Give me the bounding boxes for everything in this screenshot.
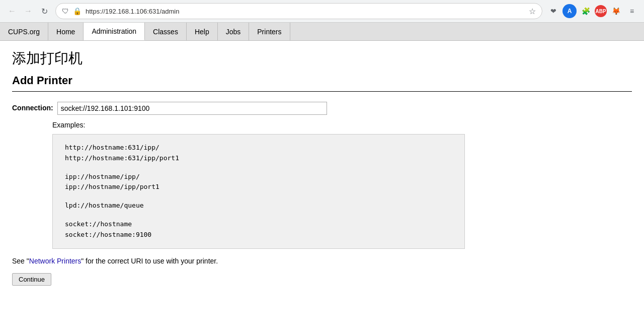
nav-help[interactable]: Help [187, 23, 218, 40]
browser-toolbar: ← → ↻ 🛡 🔒 ☆ ❤ A 🧩 ABP 🦊 ≡ [0, 0, 644, 22]
shield-icon: 🛡 [62, 7, 69, 15]
examples-group-http: http://hostname:631/ipp/ http://hostname… [65, 143, 452, 164]
example-line: http://hostname:631/ipp/ [65, 143, 452, 153]
nav-classes[interactable]: Classes [145, 23, 187, 40]
connection-label: Connection: [12, 102, 53, 112]
nav-cups-org[interactable]: CUPS.org [0, 23, 48, 40]
menu-button[interactable]: ≡ [625, 4, 639, 18]
nav-administration[interactable]: Administration [84, 23, 145, 40]
example-line: ipp://hostname/ipp/port1 [65, 182, 452, 192]
network-printers-link[interactable]: Network Printers [29, 257, 81, 265]
browser-chrome: ← → ↻ 🛡 🔒 ☆ ❤ A 🧩 ABP 🦊 ≡ [0, 0, 644, 23]
address-bar-container: 🛡 🔒 ☆ [55, 3, 542, 19]
page-title-chinese: 添加打印机 [12, 49, 632, 68]
nav-buttons: ← → ↻ [5, 4, 51, 18]
see-also-suffix: " for the correct URI to use with your p… [81, 257, 218, 265]
examples-group-socket: socket://hostname socket://hostname:9100 [65, 219, 452, 240]
example-line: socket://hostname [65, 219, 452, 230]
example-line: lpd://hostname/queue [65, 201, 452, 211]
connection-input[interactable] [57, 102, 327, 115]
page-title-english: Add Printer [12, 74, 632, 92]
forward-button[interactable]: → [21, 4, 35, 18]
lock-icon: 🔒 [73, 7, 82, 15]
examples-group-lpd: lpd://hostname/queue [65, 201, 452, 211]
reload-button[interactable]: ↻ [37, 4, 51, 18]
address-bar-input[interactable] [86, 8, 525, 15]
examples-label: Examples: [52, 121, 632, 129]
profile-button[interactable]: A [562, 4, 577, 18]
nav-printers[interactable]: Printers [249, 23, 290, 40]
pocket-button[interactable]: ❤ [546, 4, 560, 18]
bookmark-star-icon[interactable]: ☆ [529, 7, 536, 16]
examples-group-ipp: ipp://hostname/ipp/ ipp://hostname/ipp/p… [65, 172, 452, 193]
nav-home[interactable]: Home [48, 23, 84, 40]
example-line: ipp://hostname/ipp/ [65, 172, 452, 182]
example-line: socket://hostname:9100 [65, 230, 452, 240]
page-content: 添加打印机 Add Printer Connection: Examples: … [0, 41, 644, 294]
examples-box: http://hostname:631/ipp/ http://hostname… [52, 134, 465, 249]
abp-button[interactable]: ABP [595, 5, 607, 17]
browser-actions: ❤ A 🧩 ABP 🦊 ≡ [546, 4, 639, 18]
nav-jobs[interactable]: Jobs [218, 23, 250, 40]
cups-navigation: CUPS.org Home Administration Classes Hel… [0, 23, 644, 41]
see-also-text: See "Network Printers" for the correct U… [12, 257, 632, 265]
example-line: http://hostname:631/ipp/port1 [65, 153, 452, 164]
continue-button[interactable]: Continue [12, 273, 51, 286]
firefox-button[interactable]: 🦊 [609, 4, 623, 18]
back-button[interactable]: ← [5, 4, 19, 18]
see-also-prefix: See " [12, 257, 29, 265]
extensions-button[interactable]: 🧩 [579, 4, 593, 18]
connection-row: Connection: [12, 102, 632, 115]
